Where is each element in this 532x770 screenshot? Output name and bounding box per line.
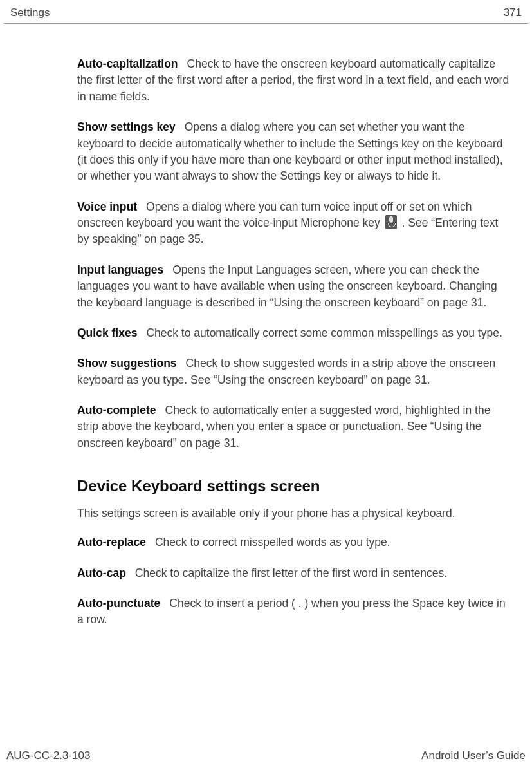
page-footer: AUG-CC-2.3-103 Android User’s Guide	[6, 749, 526, 762]
page-number: 371	[504, 6, 522, 19]
entry-show-settings-key: Show settings keyOpens a dialog where yo…	[77, 119, 513, 185]
term-desc: Check to automatically correct some comm…	[146, 326, 502, 339]
footer-guide-name: Android User’s Guide	[421, 749, 526, 762]
term-label: Voice input	[77, 200, 137, 213]
term-label: Auto-cap	[77, 567, 126, 579]
entry-auto-capitalization: Auto-capitalizationCheck to have the ons…	[77, 56, 513, 105]
entry-input-languages: Input languagesOpens the Input Languages…	[77, 262, 513, 311]
term-label: Auto-complete	[77, 404, 156, 417]
header-title: Settings	[10, 6, 50, 19]
microphone-icon	[385, 215, 397, 229]
section-intro: This settings screen is available only i…	[77, 507, 513, 520]
term-desc: Check to correct misspelled words as you…	[155, 536, 390, 549]
section-heading: Device Keyboard settings screen	[77, 477, 513, 495]
content-area: Auto-capitalizationCheck to have the ons…	[0, 24, 532, 628]
entry-auto-complete: Auto-completeCheck to automatically ente…	[77, 402, 513, 451]
term-desc: Check to capitalize the first letter of …	[135, 567, 447, 579]
entry-auto-cap: Auto-capCheck to capitalize the first le…	[77, 565, 513, 581]
term-label: Input languages	[77, 263, 163, 276]
term-label: Auto-replace	[77, 536, 146, 549]
term-label: Show suggestions	[77, 357, 177, 370]
page-header: Settings 371	[4, 0, 528, 24]
term-label: Quick fixes	[77, 326, 137, 339]
entry-quick-fixes: Quick fixesCheck to automatically correc…	[77, 325, 513, 341]
entry-auto-replace: Auto-replaceCheck to correct misspelled …	[77, 534, 513, 550]
term-label: Auto-capitalization	[77, 57, 178, 70]
term-label: Auto-punctuate	[77, 597, 160, 610]
entry-show-suggestions: Show suggestionsCheck to show suggested …	[77, 355, 513, 388]
entry-auto-punctuate: Auto-punctuateCheck to insert a period (…	[77, 596, 513, 628]
term-label: Show settings key	[77, 120, 176, 133]
entry-voice-input: Voice inputOpens a dialog where you can …	[77, 199, 513, 248]
footer-doc-id: AUG-CC-2.3-103	[6, 749, 90, 762]
